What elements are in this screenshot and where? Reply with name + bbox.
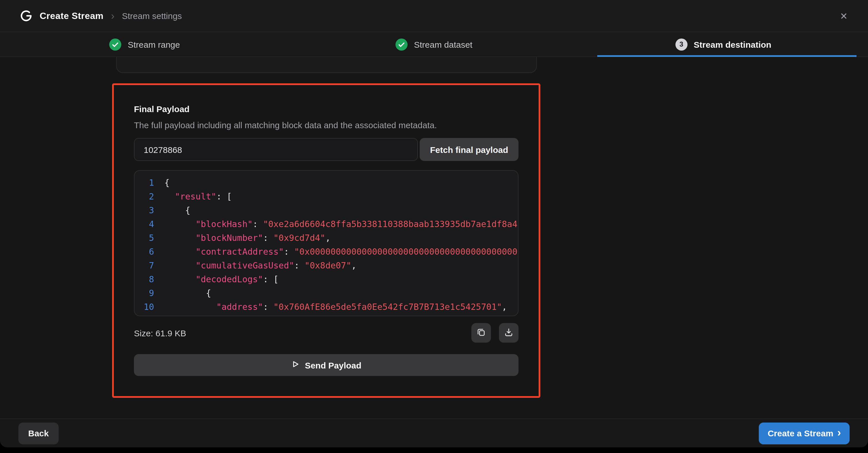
fetch-final-payload-button[interactable]: Fetch final payload [420, 138, 519, 161]
breadcrumb-chevron-icon: › [111, 11, 114, 21]
code-line: 10 "address": "0x760AfE86e5de5fa0Ee542fc… [134, 300, 518, 314]
code-line-content: "decodedLogs": [ [164, 272, 518, 286]
code-line-content: "blockNumber": "0x9cd7d4", [164, 231, 518, 245]
line-number: 8 [134, 272, 154, 286]
main-content: Final Payload The full payload including… [0, 57, 868, 419]
check-circle-icon [396, 38, 408, 50]
code-line-content: { [164, 176, 518, 190]
code-line: 1{ [134, 176, 518, 190]
step-stream-range[interactable]: Stream range [0, 32, 289, 56]
line-number: 7 [134, 259, 154, 272]
line-number: 4 [134, 217, 154, 231]
code-line-content: "cumulativeGasUsed": "0x8de07", [164, 259, 518, 272]
section-description: The full payload including all matching … [134, 120, 519, 130]
section-title: Final Payload [134, 104, 519, 114]
payload-size-label: Size: 61.9 KB [134, 328, 186, 338]
line-number: 6 [134, 245, 154, 259]
payload-code-editor[interactable]: 1{2 "result": [3 {4 "blockHash": "0xe2a6… [134, 170, 519, 316]
create-stream-label: Create a Stream [768, 428, 833, 438]
payload-actions [471, 323, 519, 343]
stepper: Stream range Stream dataset 3 Stream des… [0, 32, 868, 57]
code-line-content: { [164, 204, 518, 217]
previous-section-card [116, 57, 537, 73]
download-icon [504, 327, 513, 338]
step-stream-destination[interactable]: 3 Stream destination [579, 32, 868, 56]
code-line: 2 "result": [ [134, 190, 518, 204]
code-line: 3 { [134, 204, 518, 217]
code-line: 6 "contractAddress": "0x0000000000000000… [134, 245, 518, 259]
play-icon [291, 360, 300, 370]
payload-meta-row: Size: 61.9 KB [134, 323, 519, 343]
breadcrumb-current: Stream settings [122, 11, 182, 21]
code-line: 8 "decodedLogs": [ [134, 272, 518, 286]
header-bar: Create Stream › Stream settings × [0, 0, 868, 32]
code-line: 5 "blockNumber": "0x9cd7d4", [134, 231, 518, 245]
code-line-content: "address": "0x760AfE86e5de5fa0Ee542fc7B7… [164, 300, 518, 314]
create-stream-button[interactable]: Create a Stream › [759, 422, 849, 444]
copy-button[interactable] [471, 323, 491, 343]
step-label: Stream dataset [414, 39, 472, 49]
code-editor-lines: 1{2 "result": [3 {4 "blockHash": "0xe2a6… [134, 176, 518, 314]
step-number-badge: 3 [676, 38, 687, 50]
code-line: 7 "cumulativeGasUsed": "0x8de07", [134, 259, 518, 272]
line-number: 3 [134, 204, 154, 217]
block-number-input[interactable] [134, 138, 418, 161]
line-number: 5 [134, 231, 154, 245]
footer-bar: Back Create a Stream › [0, 419, 868, 447]
create-stream-window: Create Stream › Stream settings × Stream… [0, 0, 868, 447]
download-button[interactable] [499, 323, 519, 343]
code-line-content: "contractAddress": "0x000000000000000000… [164, 245, 518, 259]
check-circle-icon [109, 38, 121, 50]
step-stream-dataset[interactable]: Stream dataset [289, 32, 579, 56]
code-line: 9 { [134, 286, 518, 300]
copy-icon [476, 327, 486, 338]
send-payload-button[interactable]: Send Payload [134, 354, 519, 376]
code-line-content: "blockHash": "0xe2a6d6604c8ffa5b33811038… [164, 217, 518, 231]
step-label: Stream range [128, 39, 180, 49]
stage: Create Stream › Stream settings × Stream… [0, 0, 868, 453]
line-number: 9 [134, 286, 154, 300]
code-line-content: "result": [ [164, 190, 518, 204]
close-icon[interactable]: × [837, 9, 851, 23]
line-number: 2 [134, 190, 154, 204]
step-label: Stream destination [694, 39, 771, 49]
line-number: 10 [134, 300, 154, 314]
app-logo-icon [20, 9, 33, 23]
final-payload-highlight-outline: Final Payload The full payload including… [112, 83, 540, 398]
chevron-right-icon: › [837, 427, 841, 438]
code-line-content: { [164, 286, 518, 300]
send-payload-label: Send Payload [305, 360, 362, 370]
line-number: 1 [134, 176, 154, 190]
page-title: Create Stream [40, 11, 103, 21]
code-line: 4 "blockHash": "0xe2a6d6604c8ffa5b338110… [134, 217, 518, 231]
back-button[interactable]: Back [19, 422, 59, 444]
block-number-row: Fetch final payload [134, 138, 519, 161]
